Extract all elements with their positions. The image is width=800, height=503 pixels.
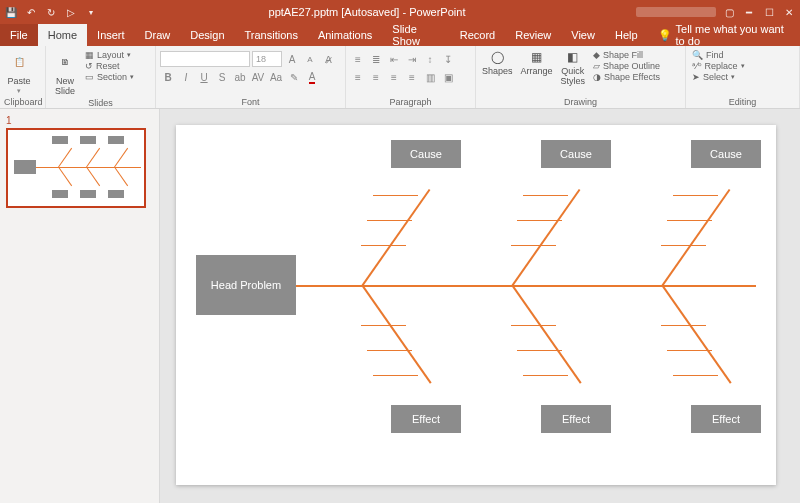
smartart-button[interactable]: ▣ — [440, 69, 456, 85]
slide-canvas-wrap[interactable]: Head Problem Cause Cause Cause Effect Ef… — [160, 109, 800, 503]
group-paragraph: ≡ ≣ ⇤ ⇥ ↕ ↧ ≡ ≡ ≡ ≡ ▥ ▣ Paragraph — [346, 46, 476, 108]
justify-button[interactable]: ≡ — [404, 69, 420, 85]
subbone — [367, 220, 412, 221]
ribbon-display-icon[interactable]: ▢ — [722, 5, 736, 19]
tab-file[interactable]: File — [0, 24, 38, 46]
align-left-button[interactable]: ≡ — [350, 69, 366, 85]
tab-animations[interactable]: Animations — [308, 24, 382, 46]
text-direction-button[interactable]: ↧ — [440, 51, 456, 67]
grow-font-icon[interactable]: A — [284, 51, 300, 67]
clear-format-icon[interactable]: A̷ — [320, 51, 336, 67]
italic-button[interactable]: I — [178, 69, 194, 85]
tab-help[interactable]: Help — [605, 24, 648, 46]
group-slides: 🗎 New Slide ▦Layout▾ ↺Reset ▭Section▾ Sl… — [46, 46, 156, 108]
find-button[interactable]: 🔍Find — [690, 50, 747, 60]
shape-fill-button[interactable]: ◆Shape Fill — [591, 50, 662, 60]
font-color-button[interactable]: A — [304, 69, 320, 85]
qat-more-icon[interactable]: ▾ — [84, 5, 98, 19]
tab-home[interactable]: Home — [38, 24, 87, 46]
arrange-icon: ▦ — [529, 49, 545, 65]
lightbulb-icon: 💡 — [658, 29, 672, 42]
bullets-button[interactable]: ≡ — [350, 51, 366, 67]
layout-button[interactable]: ▦Layout▾ — [83, 50, 136, 60]
bone-top-1 — [361, 189, 430, 287]
shape-effects-label: Shape Effects — [604, 72, 660, 82]
thumbnail-panel[interactable]: 1 — [0, 109, 160, 503]
bold-button[interactable]: B — [160, 69, 176, 85]
shadow-button[interactable]: ab — [232, 69, 248, 85]
new-slide-button[interactable]: 🗎 New Slide — [50, 48, 80, 97]
bone-bottom-3 — [661, 285, 731, 384]
paste-icon: 📋 — [6, 49, 32, 75]
quick-styles-button[interactable]: ◧ Quick Styles — [559, 48, 588, 87]
indent-inc-button[interactable]: ⇥ — [404, 51, 420, 67]
quick-styles-icon: ◧ — [565, 49, 581, 65]
reset-icon: ↺ — [85, 61, 93, 71]
replace-button[interactable]: ᵃ⁄ᵇReplace▾ — [690, 61, 747, 71]
fishbone-head[interactable]: Head Problem — [196, 255, 296, 315]
line-spacing-button[interactable]: ↕ — [422, 51, 438, 67]
tell-me[interactable]: 💡 Tell me what you want to do — [648, 24, 800, 46]
find-icon: 🔍 — [692, 50, 703, 60]
new-slide-icon: 🗎 — [52, 49, 78, 75]
start-icon[interactable]: ▷ — [64, 5, 78, 19]
tab-slideshow[interactable]: Slide Show — [382, 24, 449, 46]
effect-box-1[interactable]: Effect — [391, 405, 461, 433]
tab-draw[interactable]: Draw — [135, 24, 181, 46]
outline-icon: ▱ — [593, 61, 600, 71]
tab-transitions[interactable]: Transitions — [235, 24, 308, 46]
save-icon[interactable]: 💾 — [4, 5, 18, 19]
slide-canvas[interactable]: Head Problem Cause Cause Cause Effect Ef… — [176, 125, 776, 485]
tab-view[interactable]: View — [561, 24, 605, 46]
paste-button[interactable]: 📋 Paste ▾ — [4, 48, 34, 96]
shape-effects-button[interactable]: ◑Shape Effects — [591, 72, 662, 82]
underline-button[interactable]: U — [196, 69, 212, 85]
cause-label: Cause — [410, 148, 442, 160]
spacing-button[interactable]: AV — [250, 69, 266, 85]
redo-icon[interactable]: ↻ — [44, 5, 58, 19]
cause-box-3[interactable]: Cause — [691, 140, 761, 168]
highlight-button[interactable]: ✎ — [286, 69, 302, 85]
effect-label: Effect — [712, 413, 740, 425]
effect-label: Effect — [562, 413, 590, 425]
shrink-font-icon[interactable]: A — [302, 51, 318, 67]
tab-design[interactable]: Design — [180, 24, 234, 46]
select-button[interactable]: ➤Select▾ — [690, 72, 747, 82]
align-center-button[interactable]: ≡ — [368, 69, 384, 85]
numbering-button[interactable]: ≣ — [368, 51, 384, 67]
case-button[interactable]: Aa — [268, 69, 284, 85]
undo-icon[interactable]: ↶ — [24, 5, 38, 19]
cause-box-2[interactable]: Cause — [541, 140, 611, 168]
effect-box-2[interactable]: Effect — [541, 405, 611, 433]
shapes-button[interactable]: ◯ Shapes — [480, 48, 515, 77]
section-button[interactable]: ▭Section▾ — [83, 72, 136, 82]
tab-review[interactable]: Review — [505, 24, 561, 46]
columns-button[interactable]: ▥ — [422, 69, 438, 85]
arrange-button[interactable]: ▦ Arrange — [519, 48, 555, 77]
effect-box-3[interactable]: Effect — [691, 405, 761, 433]
maximize-icon[interactable]: ☐ — [762, 5, 776, 19]
close-icon[interactable]: ✕ — [782, 5, 796, 19]
align-right-button[interactable]: ≡ — [386, 69, 402, 85]
tab-record[interactable]: Record — [450, 24, 505, 46]
tab-insert[interactable]: Insert — [87, 24, 135, 46]
minimize-icon[interactable]: ━ — [742, 5, 756, 19]
group-font: 18 A A A̷ B I U S ab AV Aa ✎ A Font — [156, 46, 346, 108]
account-area[interactable] — [636, 7, 716, 17]
group-clipboard: 📋 Paste ▾ Clipboard — [0, 46, 46, 108]
subbone — [661, 245, 706, 246]
font-family-select[interactable] — [160, 51, 250, 67]
chevron-down-icon: ▾ — [17, 87, 21, 95]
font-size-select[interactable]: 18 — [252, 51, 282, 67]
slide-thumbnail[interactable] — [6, 128, 146, 208]
reset-button[interactable]: ↺Reset — [83, 61, 136, 71]
effects-icon: ◑ — [593, 72, 601, 82]
strike-button[interactable]: S — [214, 69, 230, 85]
shape-outline-button[interactable]: ▱Shape Outline — [591, 61, 662, 71]
subbone — [523, 375, 568, 376]
subbone — [373, 195, 418, 196]
workspace: 1 Head Problem Cause Cause Cause Effect — [0, 109, 800, 503]
cause-box-1[interactable]: Cause — [391, 140, 461, 168]
new-slide-label: New Slide — [55, 76, 75, 96]
indent-dec-button[interactable]: ⇤ — [386, 51, 402, 67]
